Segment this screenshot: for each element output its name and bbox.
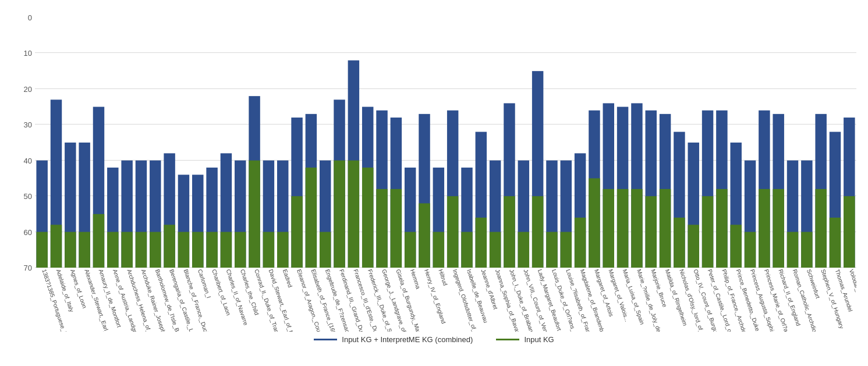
x-axis-canvas <box>35 268 856 332</box>
legend: Input KG + InterpretME KG (combined)Inpu… <box>12 335 856 344</box>
y-axis-label: 70 <box>24 264 32 272</box>
y-axis-labels: 010203040506070 <box>12 17 35 268</box>
plot-area <box>35 17 856 268</box>
legend-item: Input KG + InterpretME KG (combined) <box>314 335 473 344</box>
y-axis-label: 50 <box>24 192 32 201</box>
chart-canvas <box>35 17 856 268</box>
legend-color <box>496 339 519 340</box>
y-axis-label: 0 <box>28 13 32 22</box>
legend-label: Input KG <box>524 335 554 344</box>
y-axis-label: 60 <box>24 228 32 236</box>
legend-label: Input KG + InterpretME KG (combined) <box>342 335 473 344</box>
y-axis-label: 40 <box>24 156 32 165</box>
chart-area: 010203040506070 <box>12 17 856 268</box>
y-axis-label: 30 <box>24 120 32 129</box>
y-axis-label: 20 <box>24 84 32 93</box>
legend-item: Input KG <box>496 335 554 344</box>
x-axis-area <box>35 268 856 332</box>
y-axis-label: 10 <box>24 49 32 58</box>
legend-color <box>314 339 337 340</box>
y-axis: 010203040506070 <box>12 17 35 268</box>
chart-container: 010203040506070 Input KG + InterpretME K… <box>0 0 868 366</box>
